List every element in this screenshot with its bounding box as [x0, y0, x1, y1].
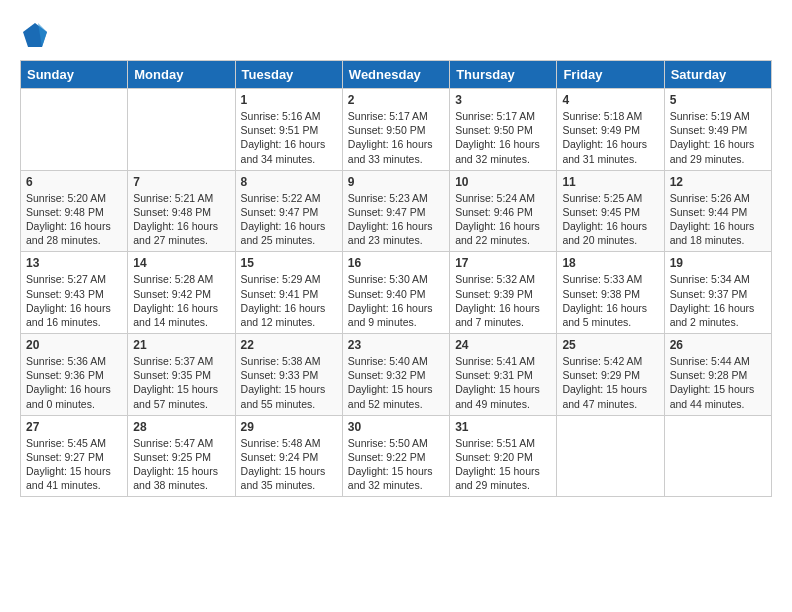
sunset: Sunset: 9:45 PM — [562, 206, 640, 218]
calendar-header-sunday: Sunday — [21, 61, 128, 89]
daylight: Daylight: 16 hours and 12 minutes. — [241, 302, 326, 328]
calendar-header-saturday: Saturday — [664, 61, 771, 89]
sunrise: Sunrise: 5:30 AM — [348, 273, 428, 285]
daylight: Daylight: 15 hours and 44 minutes. — [670, 383, 755, 409]
daylight: Daylight: 16 hours and 16 minutes. — [26, 302, 111, 328]
sunset: Sunset: 9:36 PM — [26, 369, 104, 381]
daylight: Daylight: 15 hours and 35 minutes. — [241, 465, 326, 491]
sunset: Sunset: 9:41 PM — [241, 288, 319, 300]
sunrise: Sunrise: 5:33 AM — [562, 273, 642, 285]
sunset: Sunset: 9:22 PM — [348, 451, 426, 463]
daylight: Daylight: 16 hours and 28 minutes. — [26, 220, 111, 246]
day-info: Sunrise: 5:41 AM Sunset: 9:31 PM Dayligh… — [455, 354, 551, 411]
sunset: Sunset: 9:33 PM — [241, 369, 319, 381]
day-number: 25 — [562, 338, 658, 352]
day-number: 8 — [241, 175, 337, 189]
day-number: 17 — [455, 256, 551, 270]
sunrise: Sunrise: 5:42 AM — [562, 355, 642, 367]
sunrise: Sunrise: 5:40 AM — [348, 355, 428, 367]
sunrise: Sunrise: 5:36 AM — [26, 355, 106, 367]
sunset: Sunset: 9:42 PM — [133, 288, 211, 300]
day-number: 11 — [562, 175, 658, 189]
day-info: Sunrise: 5:47 AM Sunset: 9:25 PM Dayligh… — [133, 436, 229, 493]
calendar-cell: 21 Sunrise: 5:37 AM Sunset: 9:35 PM Dayl… — [128, 334, 235, 416]
calendar-cell: 28 Sunrise: 5:47 AM Sunset: 9:25 PM Dayl… — [128, 415, 235, 497]
calendar-cell: 3 Sunrise: 5:17 AM Sunset: 9:50 PM Dayli… — [450, 89, 557, 171]
sunset: Sunset: 9:49 PM — [562, 124, 640, 136]
sunrise: Sunrise: 5:19 AM — [670, 110, 750, 122]
day-number: 30 — [348, 420, 444, 434]
calendar-cell: 16 Sunrise: 5:30 AM Sunset: 9:40 PM Dayl… — [342, 252, 449, 334]
day-info: Sunrise: 5:34 AM Sunset: 9:37 PM Dayligh… — [670, 272, 766, 329]
daylight: Daylight: 15 hours and 41 minutes. — [26, 465, 111, 491]
sunset: Sunset: 9:29 PM — [562, 369, 640, 381]
calendar-cell: 18 Sunrise: 5:33 AM Sunset: 9:38 PM Dayl… — [557, 252, 664, 334]
calendar-cell: 7 Sunrise: 5:21 AM Sunset: 9:48 PM Dayli… — [128, 170, 235, 252]
daylight: Daylight: 16 hours and 31 minutes. — [562, 138, 647, 164]
calendar-cell — [21, 89, 128, 171]
daylight: Daylight: 16 hours and 7 minutes. — [455, 302, 540, 328]
calendar-week-5: 27 Sunrise: 5:45 AM Sunset: 9:27 PM Dayl… — [21, 415, 772, 497]
daylight: Daylight: 16 hours and 18 minutes. — [670, 220, 755, 246]
sunset: Sunset: 9:48 PM — [133, 206, 211, 218]
day-info: Sunrise: 5:25 AM Sunset: 9:45 PM Dayligh… — [562, 191, 658, 248]
sunset: Sunset: 9:48 PM — [26, 206, 104, 218]
daylight: Daylight: 16 hours and 27 minutes. — [133, 220, 218, 246]
calendar-header-friday: Friday — [557, 61, 664, 89]
day-number: 16 — [348, 256, 444, 270]
day-number: 26 — [670, 338, 766, 352]
day-number: 5 — [670, 93, 766, 107]
daylight: Daylight: 15 hours and 47 minutes. — [562, 383, 647, 409]
calendar-week-1: 1 Sunrise: 5:16 AM Sunset: 9:51 PM Dayli… — [21, 89, 772, 171]
calendar-cell: 10 Sunrise: 5:24 AM Sunset: 9:46 PM Dayl… — [450, 170, 557, 252]
calendar-header-monday: Monday — [128, 61, 235, 89]
sunrise: Sunrise: 5:41 AM — [455, 355, 535, 367]
calendar-cell: 8 Sunrise: 5:22 AM Sunset: 9:47 PM Dayli… — [235, 170, 342, 252]
day-number: 31 — [455, 420, 551, 434]
sunset: Sunset: 9:43 PM — [26, 288, 104, 300]
day-number: 14 — [133, 256, 229, 270]
daylight: Daylight: 15 hours and 55 minutes. — [241, 383, 326, 409]
day-number: 9 — [348, 175, 444, 189]
sunset: Sunset: 9:28 PM — [670, 369, 748, 381]
day-info: Sunrise: 5:44 AM Sunset: 9:28 PM Dayligh… — [670, 354, 766, 411]
calendar-cell: 20 Sunrise: 5:36 AM Sunset: 9:36 PM Dayl… — [21, 334, 128, 416]
calendar-cell: 15 Sunrise: 5:29 AM Sunset: 9:41 PM Dayl… — [235, 252, 342, 334]
day-info: Sunrise: 5:20 AM Sunset: 9:48 PM Dayligh… — [26, 191, 122, 248]
calendar-cell — [128, 89, 235, 171]
calendar-cell: 5 Sunrise: 5:19 AM Sunset: 9:49 PM Dayli… — [664, 89, 771, 171]
daylight: Daylight: 16 hours and 20 minutes. — [562, 220, 647, 246]
day-info: Sunrise: 5:17 AM Sunset: 9:50 PM Dayligh… — [348, 109, 444, 166]
daylight: Daylight: 16 hours and 0 minutes. — [26, 383, 111, 409]
day-info: Sunrise: 5:36 AM Sunset: 9:36 PM Dayligh… — [26, 354, 122, 411]
day-info: Sunrise: 5:29 AM Sunset: 9:41 PM Dayligh… — [241, 272, 337, 329]
calendar-cell: 14 Sunrise: 5:28 AM Sunset: 9:42 PM Dayl… — [128, 252, 235, 334]
calendar-week-2: 6 Sunrise: 5:20 AM Sunset: 9:48 PM Dayli… — [21, 170, 772, 252]
day-number: 28 — [133, 420, 229, 434]
day-info: Sunrise: 5:24 AM Sunset: 9:46 PM Dayligh… — [455, 191, 551, 248]
calendar-cell: 11 Sunrise: 5:25 AM Sunset: 9:45 PM Dayl… — [557, 170, 664, 252]
day-number: 4 — [562, 93, 658, 107]
sunset: Sunset: 9:38 PM — [562, 288, 640, 300]
sunrise: Sunrise: 5:22 AM — [241, 192, 321, 204]
daylight: Daylight: 16 hours and 33 minutes. — [348, 138, 433, 164]
calendar: SundayMondayTuesdayWednesdayThursdayFrid… — [20, 60, 772, 497]
day-info: Sunrise: 5:17 AM Sunset: 9:50 PM Dayligh… — [455, 109, 551, 166]
calendar-cell: 19 Sunrise: 5:34 AM Sunset: 9:37 PM Dayl… — [664, 252, 771, 334]
day-number: 6 — [26, 175, 122, 189]
calendar-cell — [557, 415, 664, 497]
logo — [20, 20, 54, 50]
calendar-cell — [664, 415, 771, 497]
sunrise: Sunrise: 5:32 AM — [455, 273, 535, 285]
daylight: Daylight: 16 hours and 34 minutes. — [241, 138, 326, 164]
sunrise: Sunrise: 5:28 AM — [133, 273, 213, 285]
sunrise: Sunrise: 5:16 AM — [241, 110, 321, 122]
daylight: Daylight: 15 hours and 32 minutes. — [348, 465, 433, 491]
sunset: Sunset: 9:31 PM — [455, 369, 533, 381]
daylight: Daylight: 16 hours and 29 minutes. — [670, 138, 755, 164]
daylight: Daylight: 15 hours and 38 minutes. — [133, 465, 218, 491]
day-number: 19 — [670, 256, 766, 270]
daylight: Daylight: 16 hours and 22 minutes. — [455, 220, 540, 246]
sunrise: Sunrise: 5:44 AM — [670, 355, 750, 367]
day-info: Sunrise: 5:33 AM Sunset: 9:38 PM Dayligh… — [562, 272, 658, 329]
